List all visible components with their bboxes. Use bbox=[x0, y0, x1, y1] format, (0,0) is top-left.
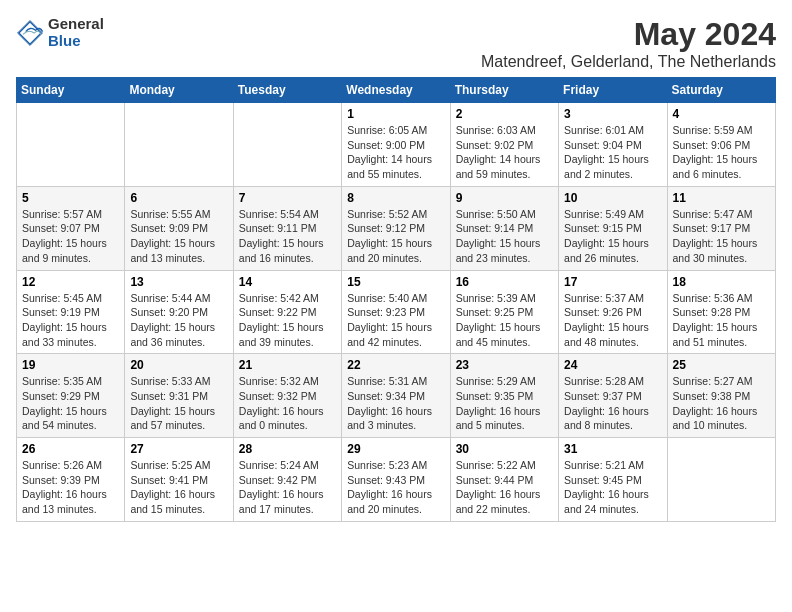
calendar-cell bbox=[125, 103, 233, 187]
day-number: 10 bbox=[564, 191, 661, 205]
calendar-cell: 21Sunrise: 5:32 AMSunset: 9:32 PMDayligh… bbox=[233, 354, 341, 438]
day-number: 20 bbox=[130, 358, 227, 372]
calendar-cell: 19Sunrise: 5:35 AMSunset: 9:29 PMDayligh… bbox=[17, 354, 125, 438]
day-info: Sunrise: 5:39 AMSunset: 9:25 PMDaylight:… bbox=[456, 291, 553, 350]
day-info: Sunrise: 5:28 AMSunset: 9:37 PMDaylight:… bbox=[564, 374, 661, 433]
calendar-cell: 3Sunrise: 6:01 AMSunset: 9:04 PMDaylight… bbox=[559, 103, 667, 187]
calendar-cell: 25Sunrise: 5:27 AMSunset: 9:38 PMDayligh… bbox=[667, 354, 775, 438]
weekday-header-friday: Friday bbox=[559, 78, 667, 103]
calendar-cell: 17Sunrise: 5:37 AMSunset: 9:26 PMDayligh… bbox=[559, 270, 667, 354]
logo-icon bbox=[16, 19, 44, 47]
day-number: 2 bbox=[456, 107, 553, 121]
day-info: Sunrise: 5:47 AMSunset: 9:17 PMDaylight:… bbox=[673, 207, 770, 266]
day-number: 18 bbox=[673, 275, 770, 289]
day-number: 17 bbox=[564, 275, 661, 289]
calendar-cell: 30Sunrise: 5:22 AMSunset: 9:44 PMDayligh… bbox=[450, 438, 558, 522]
calendar-cell: 24Sunrise: 5:28 AMSunset: 9:37 PMDayligh… bbox=[559, 354, 667, 438]
calendar-cell: 28Sunrise: 5:24 AMSunset: 9:42 PMDayligh… bbox=[233, 438, 341, 522]
day-number: 12 bbox=[22, 275, 119, 289]
logo-blue: Blue bbox=[48, 33, 104, 50]
day-info: Sunrise: 5:44 AMSunset: 9:20 PMDaylight:… bbox=[130, 291, 227, 350]
calendar-cell: 8Sunrise: 5:52 AMSunset: 9:12 PMDaylight… bbox=[342, 186, 450, 270]
calendar-cell bbox=[17, 103, 125, 187]
calendar-cell: 26Sunrise: 5:26 AMSunset: 9:39 PMDayligh… bbox=[17, 438, 125, 522]
calendar-header: SundayMondayTuesdayWednesdayThursdayFrid… bbox=[17, 78, 776, 103]
calendar-cell: 7Sunrise: 5:54 AMSunset: 9:11 PMDaylight… bbox=[233, 186, 341, 270]
calendar-cell: 15Sunrise: 5:40 AMSunset: 9:23 PMDayligh… bbox=[342, 270, 450, 354]
day-number: 31 bbox=[564, 442, 661, 456]
day-info: Sunrise: 5:59 AMSunset: 9:06 PMDaylight:… bbox=[673, 123, 770, 182]
calendar-cell: 14Sunrise: 5:42 AMSunset: 9:22 PMDayligh… bbox=[233, 270, 341, 354]
calendar-cell bbox=[233, 103, 341, 187]
day-info: Sunrise: 5:55 AMSunset: 9:09 PMDaylight:… bbox=[130, 207, 227, 266]
calendar-cell: 10Sunrise: 5:49 AMSunset: 9:15 PMDayligh… bbox=[559, 186, 667, 270]
calendar-cell: 11Sunrise: 5:47 AMSunset: 9:17 PMDayligh… bbox=[667, 186, 775, 270]
day-info: Sunrise: 5:27 AMSunset: 9:38 PMDaylight:… bbox=[673, 374, 770, 433]
weekday-header-tuesday: Tuesday bbox=[233, 78, 341, 103]
weekday-header-row: SundayMondayTuesdayWednesdayThursdayFrid… bbox=[17, 78, 776, 103]
calendar-cell: 16Sunrise: 5:39 AMSunset: 9:25 PMDayligh… bbox=[450, 270, 558, 354]
calendar-body: 1Sunrise: 6:05 AMSunset: 9:00 PMDaylight… bbox=[17, 103, 776, 522]
logo-text: General Blue bbox=[48, 16, 104, 49]
day-number: 24 bbox=[564, 358, 661, 372]
calendar-cell: 12Sunrise: 5:45 AMSunset: 9:19 PMDayligh… bbox=[17, 270, 125, 354]
calendar-cell: 6Sunrise: 5:55 AMSunset: 9:09 PMDaylight… bbox=[125, 186, 233, 270]
day-info: Sunrise: 5:22 AMSunset: 9:44 PMDaylight:… bbox=[456, 458, 553, 517]
calendar-cell: 27Sunrise: 5:25 AMSunset: 9:41 PMDayligh… bbox=[125, 438, 233, 522]
day-number: 11 bbox=[673, 191, 770, 205]
calendar-cell: 31Sunrise: 5:21 AMSunset: 9:45 PMDayligh… bbox=[559, 438, 667, 522]
day-info: Sunrise: 5:54 AMSunset: 9:11 PMDaylight:… bbox=[239, 207, 336, 266]
calendar-cell: 13Sunrise: 5:44 AMSunset: 9:20 PMDayligh… bbox=[125, 270, 233, 354]
day-number: 19 bbox=[22, 358, 119, 372]
title-area: May 2024 Matendreef, Gelderland, The Net… bbox=[481, 16, 776, 71]
logo: General Blue bbox=[16, 16, 104, 49]
day-info: Sunrise: 6:05 AMSunset: 9:00 PMDaylight:… bbox=[347, 123, 444, 182]
day-info: Sunrise: 5:21 AMSunset: 9:45 PMDaylight:… bbox=[564, 458, 661, 517]
day-info: Sunrise: 5:49 AMSunset: 9:15 PMDaylight:… bbox=[564, 207, 661, 266]
calendar-cell: 20Sunrise: 5:33 AMSunset: 9:31 PMDayligh… bbox=[125, 354, 233, 438]
day-info: Sunrise: 5:31 AMSunset: 9:34 PMDaylight:… bbox=[347, 374, 444, 433]
day-info: Sunrise: 5:32 AMSunset: 9:32 PMDaylight:… bbox=[239, 374, 336, 433]
day-number: 21 bbox=[239, 358, 336, 372]
day-info: Sunrise: 5:35 AMSunset: 9:29 PMDaylight:… bbox=[22, 374, 119, 433]
calendar-week-row: 12Sunrise: 5:45 AMSunset: 9:19 PMDayligh… bbox=[17, 270, 776, 354]
day-number: 3 bbox=[564, 107, 661, 121]
calendar-cell: 9Sunrise: 5:50 AMSunset: 9:14 PMDaylight… bbox=[450, 186, 558, 270]
calendar-week-row: 26Sunrise: 5:26 AMSunset: 9:39 PMDayligh… bbox=[17, 438, 776, 522]
day-info: Sunrise: 5:23 AMSunset: 9:43 PMDaylight:… bbox=[347, 458, 444, 517]
calendar-cell: 23Sunrise: 5:29 AMSunset: 9:35 PMDayligh… bbox=[450, 354, 558, 438]
calendar-cell: 2Sunrise: 6:03 AMSunset: 9:02 PMDaylight… bbox=[450, 103, 558, 187]
day-number: 22 bbox=[347, 358, 444, 372]
day-number: 29 bbox=[347, 442, 444, 456]
day-number: 4 bbox=[673, 107, 770, 121]
calendar-week-row: 1Sunrise: 6:05 AMSunset: 9:00 PMDaylight… bbox=[17, 103, 776, 187]
day-info: Sunrise: 5:33 AMSunset: 9:31 PMDaylight:… bbox=[130, 374, 227, 433]
svg-marker-1 bbox=[17, 20, 42, 45]
day-info: Sunrise: 5:24 AMSunset: 9:42 PMDaylight:… bbox=[239, 458, 336, 517]
weekday-header-wednesday: Wednesday bbox=[342, 78, 450, 103]
day-info: Sunrise: 6:03 AMSunset: 9:02 PMDaylight:… bbox=[456, 123, 553, 182]
day-info: Sunrise: 6:01 AMSunset: 9:04 PMDaylight:… bbox=[564, 123, 661, 182]
day-number: 9 bbox=[456, 191, 553, 205]
day-info: Sunrise: 5:37 AMSunset: 9:26 PMDaylight:… bbox=[564, 291, 661, 350]
day-number: 1 bbox=[347, 107, 444, 121]
day-info: Sunrise: 5:36 AMSunset: 9:28 PMDaylight:… bbox=[673, 291, 770, 350]
day-info: Sunrise: 5:57 AMSunset: 9:07 PMDaylight:… bbox=[22, 207, 119, 266]
day-number: 13 bbox=[130, 275, 227, 289]
day-number: 15 bbox=[347, 275, 444, 289]
logo-general: General bbox=[48, 16, 104, 33]
day-number: 7 bbox=[239, 191, 336, 205]
weekday-header-saturday: Saturday bbox=[667, 78, 775, 103]
day-number: 28 bbox=[239, 442, 336, 456]
weekday-header-thursday: Thursday bbox=[450, 78, 558, 103]
day-info: Sunrise: 5:45 AMSunset: 9:19 PMDaylight:… bbox=[22, 291, 119, 350]
location-subtitle: Matendreef, Gelderland, The Netherlands bbox=[481, 53, 776, 71]
calendar-cell: 4Sunrise: 5:59 AMSunset: 9:06 PMDaylight… bbox=[667, 103, 775, 187]
calendar-week-row: 5Sunrise: 5:57 AMSunset: 9:07 PMDaylight… bbox=[17, 186, 776, 270]
day-info: Sunrise: 5:29 AMSunset: 9:35 PMDaylight:… bbox=[456, 374, 553, 433]
day-number: 8 bbox=[347, 191, 444, 205]
day-info: Sunrise: 5:26 AMSunset: 9:39 PMDaylight:… bbox=[22, 458, 119, 517]
svg-marker-0 bbox=[19, 21, 41, 43]
weekday-header-sunday: Sunday bbox=[17, 78, 125, 103]
weekday-header-monday: Monday bbox=[125, 78, 233, 103]
